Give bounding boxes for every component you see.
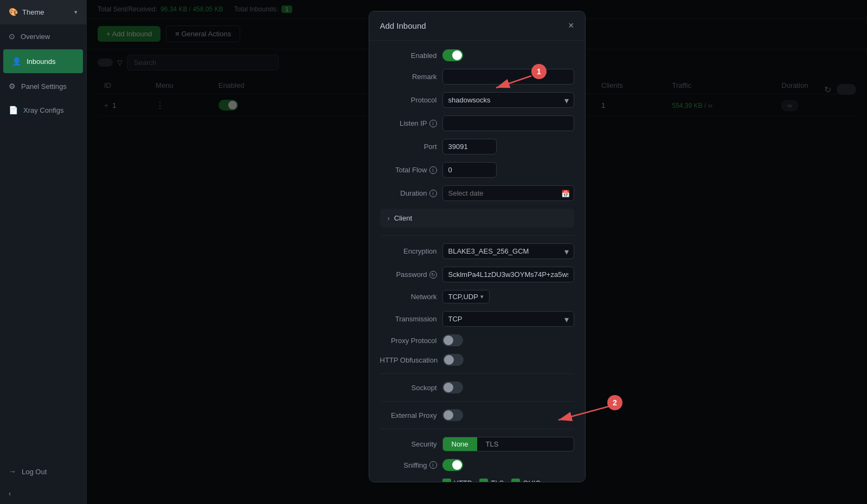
network-dropdown[interactable]: TCP,UDP ▾ (442, 290, 490, 303)
protocol-select[interactable]: shadowsocks vmess vless trojan (442, 92, 574, 108)
sniff-protocols-row: ✓ HTTP ✓ TLS ✓ QUIC ✓ FA (380, 479, 574, 482)
transmission-select[interactable]: TCP WebSocket HTTP/2 gRPC (442, 311, 574, 327)
sniff-quic-checkbox[interactable]: ✓ (511, 479, 520, 482)
collapse-sidebar-button[interactable]: ‹ (0, 483, 86, 504)
client-chevron-icon: › (388, 214, 390, 222)
log-out-icon: → (9, 467, 16, 476)
total-flow-input[interactable] (442, 162, 497, 178)
modal-header: Add Inbound × (369, 11, 585, 41)
transmission-row: Transmission TCP WebSocket HTTP/2 gRPC (380, 311, 574, 327)
sniff-http-label: HTTP (454, 479, 472, 483)
sniffing-label: Sniffing i (380, 461, 437, 469)
external-proxy-label: External Proxy (380, 411, 437, 419)
security-none-button[interactable]: None (443, 437, 477, 451)
http-obfuscation-row: HTTP Obfuscation (380, 354, 574, 366)
panel-settings-icon: ⚙ (9, 82, 16, 91)
port-label: Port (380, 143, 437, 151)
encryption-select-wrapper: BLAKE3_AES_256_GCM BLAKE3_AES_128_GCM BL… (442, 243, 574, 259)
theme-icon: 🎨 (9, 8, 18, 16)
sidebar-overview-label: Overview (21, 33, 50, 41)
proxy-protocol-label: Proxy Protocol (380, 337, 437, 345)
http-obfuscation-toggle[interactable] (443, 354, 464, 366)
sniffing-toggle[interactable] (442, 459, 463, 471)
total-flow-info-icon[interactable]: i (429, 166, 437, 174)
sniff-tls-label: TLS (491, 479, 504, 483)
protocol-row: Protocol shadowsocks vmess vless trojan (380, 92, 574, 108)
sidebar-item-overview[interactable]: ⊙ Overview (0, 24, 86, 48)
overview-icon: ⊙ (9, 32, 15, 41)
protocol-select-wrapper: shadowsocks vmess vless trojan (442, 92, 574, 108)
sockopt-row: Sockopt (380, 382, 574, 393)
duration-row: Duration i (380, 185, 574, 201)
sidebar-item-panel-settings[interactable]: ⚙ Panel Settings (0, 74, 86, 98)
encryption-row: Encryption BLAKE3_AES_256_GCM BLAKE3_AES… (380, 243, 574, 259)
sockopt-label: Sockopt (380, 384, 437, 392)
sidebar-inbounds-label: Inbounds (27, 57, 56, 66)
proxy-protocol-row: Proxy Protocol (380, 334, 574, 346)
enabled-toggle-modal[interactable] (442, 49, 463, 61)
port-row: Port (380, 139, 574, 154)
section-divider-1 (380, 235, 574, 236)
sniff-quic-item: ✓ QUIC (511, 479, 541, 482)
password-info-icon[interactable]: ↻ (429, 271, 437, 279)
xray-configs-icon: 📄 (9, 106, 18, 114)
sidebar-item-xray-configs[interactable]: 📄 Xray Configs (0, 98, 86, 122)
sniffing-info-icon[interactable]: i (429, 461, 437, 469)
inbounds-icon: 👤 (12, 57, 21, 66)
sidebar-log-out-label: Log Out (22, 468, 47, 476)
network-value: TCP,UDP (448, 293, 478, 301)
client-section-label: Client (394, 214, 412, 222)
duration-date-input[interactable] (442, 185, 574, 201)
client-section[interactable]: › Client (380, 209, 574, 228)
sniff-protocols-group: ✓ HTTP ✓ TLS ✓ QUIC ✓ FA (442, 479, 574, 482)
main-content: Total Sent/Received: 96.34 KB / 458.05 K… (87, 0, 867, 504)
sidebar-item-theme[interactable]: 🎨 Theme ▾ (0, 0, 86, 24)
sidebar-xray-configs-label: Xray Configs (23, 106, 63, 114)
sniff-http-item: ✓ HTTP (442, 479, 472, 482)
encryption-select[interactable]: BLAKE3_AES_256_GCM BLAKE3_AES_128_GCM BL… (442, 243, 574, 259)
sidebar-item-inbounds[interactable]: 👤 Inbounds (3, 49, 83, 73)
protocol-label: Protocol (380, 96, 437, 104)
security-group: None TLS (442, 437, 574, 451)
password-row: Password ↻ (380, 267, 574, 282)
sidebar: 🎨 Theme ▾ ⊙ Overview 👤 Inbounds ⚙ Panel … (0, 0, 87, 504)
sniff-tls-item: ✓ TLS (479, 479, 504, 482)
sniff-tls-checkbox[interactable]: ✓ (479, 479, 488, 482)
external-proxy-toggle[interactable] (442, 409, 463, 421)
chevron-down-icon: ▾ (74, 9, 78, 16)
total-flow-label: Total Flow i (380, 166, 437, 174)
security-tls-button[interactable]: TLS (477, 437, 508, 451)
duration-label: Duration i (380, 189, 437, 197)
duration-info-icon[interactable]: i (429, 190, 437, 197)
listen-ip-input[interactable] (442, 115, 574, 131)
sniff-http-checkbox[interactable]: ✓ (442, 479, 451, 482)
enabled-row: Enabled (380, 49, 574, 61)
proxy-protocol-toggle[interactable] (442, 334, 463, 346)
sidebar-item-log-out[interactable]: → Log Out (0, 460, 86, 483)
password-input[interactable] (442, 267, 574, 282)
remark-input[interactable] (442, 69, 574, 85)
port-input[interactable] (442, 139, 497, 154)
encryption-label: Encryption (380, 247, 437, 255)
section-divider-3 (380, 401, 574, 402)
modal-close-button[interactable]: × (568, 20, 574, 31)
remark-label: Remark (380, 73, 437, 81)
modal-body: Enabled Remark Protocol shadowsocks vmes… (369, 41, 585, 482)
transmission-select-wrapper: TCP WebSocket HTTP/2 gRPC (442, 311, 574, 327)
http-obfuscation-label: HTTP Obfuscation (380, 356, 438, 364)
modal-overlay: Add Inbound × Enabled Remark Protocol (87, 0, 867, 504)
listen-ip-info-icon[interactable]: i (429, 120, 437, 127)
network-row: Network TCP,UDP ▾ (380, 290, 574, 303)
sockopt-toggle[interactable] (442, 382, 463, 393)
section-divider-2 (380, 373, 574, 374)
sniff-quic-label: QUIC (523, 479, 541, 483)
total-flow-row: Total Flow i (380, 162, 574, 178)
sidebar-theme-label: Theme (22, 8, 44, 16)
sidebar-panel-settings-label: Panel Settings (21, 82, 67, 91)
modal-title: Add Inbound (380, 21, 426, 30)
security-row: Security None TLS (380, 437, 574, 451)
external-proxy-row: External Proxy (380, 409, 574, 421)
transmission-label: Transmission (380, 315, 437, 323)
annotation-badge-1: 1 (531, 64, 547, 79)
listen-ip-label: Listen IP i (380, 119, 437, 127)
